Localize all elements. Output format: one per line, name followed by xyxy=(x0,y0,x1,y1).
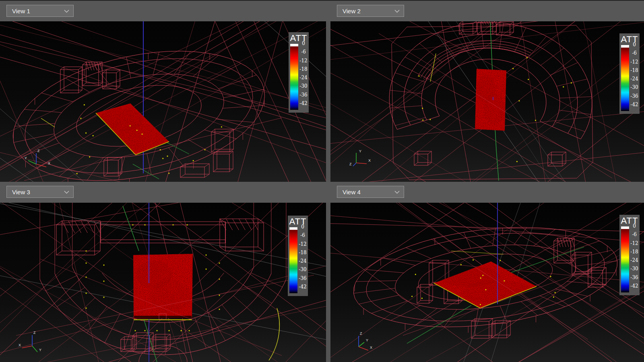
3d-scene-view1[interactable]: ZYX xyxy=(0,21,326,182)
legend-tick: 0 xyxy=(630,42,639,47)
legend-tick: -24 xyxy=(299,75,308,80)
svg-text:Y: Y xyxy=(366,338,368,342)
legend-colorbar xyxy=(289,227,297,293)
view4-selector[interactable]: View 4 xyxy=(337,186,404,198)
legend-tick: -18 xyxy=(630,68,639,73)
svg-text:Z: Z xyxy=(33,331,36,335)
svg-text:Z: Z xyxy=(360,331,362,335)
3d-scene-view2[interactable]: YZX xyxy=(330,21,644,182)
legend-tick: -42 xyxy=(298,284,308,290)
viewport-view3: ZXY ATT 0-6-12-18-24-30-36-42 xyxy=(0,203,326,362)
legend-tick: -42 xyxy=(630,102,639,107)
legend-tick: -18 xyxy=(299,67,308,72)
3d-scene-view4[interactable]: ZYX xyxy=(330,203,644,362)
legend-ticks: 0-6-12-18-24-30-36-42 xyxy=(630,224,639,289)
viewport-view4: ZYX ATT 0-6-12-18-24-30-36-42 xyxy=(330,203,644,362)
viewport-splitter[interactable] xyxy=(326,203,330,362)
svg-text:X: X xyxy=(370,346,372,350)
legend-tick: -6 xyxy=(630,51,639,56)
legend-tick: -36 xyxy=(630,94,639,99)
legend-tick: -30 xyxy=(299,84,308,89)
legend-tick: -12 xyxy=(299,58,308,64)
legend-ticks: 0-6-12-18-24-30-36-42 xyxy=(298,224,308,290)
legend-tick: -12 xyxy=(630,60,639,65)
view2-selector[interactable]: View 2 xyxy=(337,5,404,17)
view1-selector-label: View 1 xyxy=(12,8,30,14)
view2-selector-label: View 2 xyxy=(343,8,361,14)
view4-selector-label: View 4 xyxy=(343,189,361,195)
legend-tick: -30 xyxy=(630,266,639,272)
legend-tick: -30 xyxy=(298,267,308,272)
viewport-splitter[interactable] xyxy=(326,21,330,182)
svg-text:X: X xyxy=(368,158,371,162)
legend-tick: -6 xyxy=(298,233,308,238)
viewport-view1: ZYX ATT 0-6-12-18-24-30-36-42 xyxy=(0,21,326,182)
legend-tick: -6 xyxy=(299,49,308,55)
att-legend: ATT 0-6-12-18-24-30-36-42 xyxy=(289,32,309,113)
quad-view-workspace: View 1 View 2 ZYX ATT 0-6-12-18-24-30-36… xyxy=(0,0,644,362)
att-legend: ATT 0-6-12-18-24-30-36-42 xyxy=(619,215,640,295)
legend-tick: -36 xyxy=(298,276,308,281)
svg-text:X: X xyxy=(48,161,50,165)
legend-tick: 0 xyxy=(630,224,639,229)
legend-tick: -42 xyxy=(630,284,639,289)
legend-tick: -36 xyxy=(630,275,639,280)
legend-colorbar xyxy=(621,45,629,111)
legend-tick: -12 xyxy=(298,242,308,247)
legend-tick: -18 xyxy=(630,249,639,255)
chevron-down-icon xyxy=(394,191,400,194)
svg-text:X: X xyxy=(19,343,21,347)
legend-tick: -36 xyxy=(299,93,308,98)
legend-tick: -6 xyxy=(630,232,639,237)
chevron-down-icon xyxy=(64,191,69,194)
top-toolbar: View 1 View 2 xyxy=(0,0,644,21)
3d-scene-view3[interactable]: ZXY xyxy=(0,203,326,362)
legend-colorbar xyxy=(621,226,629,292)
view3-selector[interactable]: View 3 xyxy=(6,186,74,198)
legend-tick: -24 xyxy=(630,76,639,82)
att-legend: ATT 0-6-12-18-24-30-36-42 xyxy=(288,216,308,296)
chevron-down-icon xyxy=(64,10,69,13)
svg-text:Y: Y xyxy=(25,156,27,160)
legend-tick: -24 xyxy=(630,258,639,263)
legend-tick: -12 xyxy=(630,241,639,246)
svg-text:Y: Y xyxy=(359,149,361,153)
svg-text:Z: Z xyxy=(37,149,40,153)
legend-tick: -18 xyxy=(298,250,308,255)
legend-ticks: 0-6-12-18-24-30-36-42 xyxy=(299,41,308,106)
legend-tick: -24 xyxy=(298,259,308,264)
legend-tick: -30 xyxy=(630,85,639,90)
middle-toolbar: View 3 View 4 xyxy=(0,182,644,203)
legend-colorbar xyxy=(290,44,298,110)
view1-selector[interactable]: View 1 xyxy=(6,5,74,17)
chevron-down-icon xyxy=(394,10,400,13)
legend-tick: -42 xyxy=(299,101,308,106)
view3-selector-label: View 3 xyxy=(12,189,30,195)
viewport-view2: YZX ATT 0-6-12-18-24-30-36-42 xyxy=(330,21,644,182)
legend-ticks: 0-6-12-18-24-30-36-42 xyxy=(630,42,639,107)
svg-text:Z: Z xyxy=(349,162,352,166)
legend-tick: 0 xyxy=(299,41,308,46)
svg-text:Y: Y xyxy=(39,348,41,352)
legend-tick: 0 xyxy=(298,224,308,230)
att-legend: ATT 0-6-12-18-24-30-36-42 xyxy=(619,33,640,114)
